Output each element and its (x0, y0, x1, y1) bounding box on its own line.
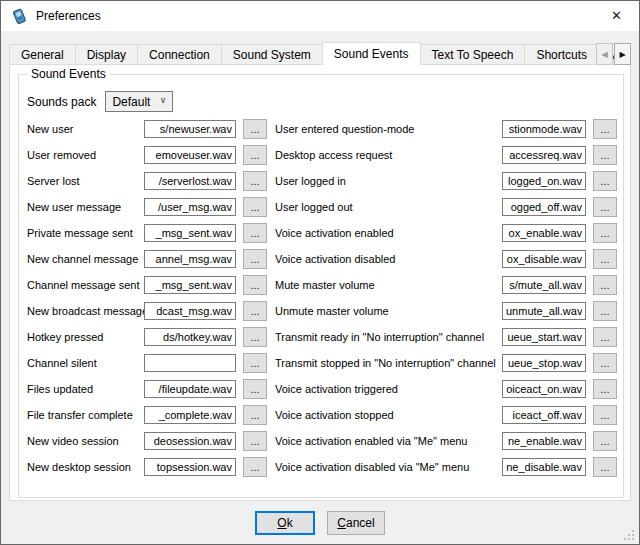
browse-button[interactable]: ... (593, 171, 617, 191)
browse-button[interactable]: ... (593, 379, 617, 399)
row-voice-activation-triggered: Voice activation triggered ... (275, 379, 617, 399)
groupbox-title: Sound Events (27, 67, 110, 81)
browse-button[interactable]: ... (243, 353, 267, 373)
window-title: Preferences (36, 9, 101, 23)
sound-file-input[interactable] (144, 458, 236, 476)
event-label: Voice activation enabled (275, 227, 502, 239)
browse-button[interactable]: ... (243, 197, 267, 217)
sound-file-input[interactable] (144, 302, 236, 320)
row-voice-activation-enabled-me-menu: Voice activation enabled via "Me" menu .… (275, 431, 617, 451)
sounds-pack-row: Sounds pack Default ∨ (27, 91, 173, 112)
event-label: Desktop access request (275, 149, 502, 161)
sound-file-input[interactable] (502, 458, 586, 476)
row-unmute-master-volume: Unmute master volume ... (275, 301, 617, 321)
sound-file-input[interactable] (502, 250, 586, 268)
tab-shortcuts[interactable]: Shortcuts (524, 44, 599, 65)
ok-button[interactable]: Ok (255, 511, 315, 535)
row-file-transfer-complete: File transfer complete ... (27, 405, 267, 425)
event-label: New video session (27, 435, 144, 447)
sound-file-input[interactable] (502, 146, 586, 164)
sound-file-input[interactable] (502, 276, 586, 294)
browse-button[interactable]: ... (243, 119, 267, 139)
sound-file-input[interactable] (144, 250, 236, 268)
event-label: Mute master volume (275, 279, 502, 291)
event-label: Hotkey pressed (27, 331, 144, 343)
sound-file-input[interactable] (144, 328, 236, 346)
cancel-button[interactable]: Cancel (327, 511, 385, 535)
row-new-desktop-session: New desktop session ... (27, 457, 267, 477)
browse-button[interactable]: ... (243, 223, 267, 243)
sound-file-input[interactable] (144, 146, 236, 164)
sound-file-input[interactable] (144, 224, 236, 242)
sound-file-input[interactable] (502, 172, 586, 190)
row-desktop-access-request: Desktop access request ... (275, 145, 617, 165)
row-user-logged-out: User logged out ... (275, 197, 617, 217)
sound-file-input[interactable] (144, 276, 236, 294)
browse-button[interactable]: ... (243, 457, 267, 477)
browse-button[interactable]: ... (243, 301, 267, 321)
row-user-removed: User removed ... (27, 145, 267, 165)
event-label: New desktop session (27, 461, 144, 473)
tab-scroll-left-button[interactable]: ◀ (596, 43, 613, 65)
tab-scroll-right-button[interactable]: ▶ (614, 43, 631, 65)
browse-button[interactable]: ... (243, 171, 267, 191)
row-transmit-stopped-no-interruption: Transmit stopped in "No interruption" ch… (275, 353, 617, 373)
event-label: User logged out (275, 201, 502, 213)
sound-file-input[interactable] (144, 172, 236, 190)
browse-button[interactable]: ... (243, 249, 267, 269)
sound-file-input[interactable] (502, 380, 586, 398)
row-voice-activation-disabled-me-menu: Voice activation disabled via "Me" menu … (275, 457, 617, 477)
row-voice-activation-disabled: Voice activation disabled ... (275, 249, 617, 269)
browse-button[interactable]: ... (593, 457, 617, 477)
browse-button[interactable]: ... (243, 379, 267, 399)
event-label: New user (27, 123, 144, 135)
row-new-broadcast-message: New broadcast message ... (27, 301, 267, 321)
sound-file-input[interactable] (502, 328, 586, 346)
browse-button[interactable]: ... (593, 145, 617, 165)
sound-file-input[interactable] (144, 120, 236, 138)
close-button[interactable]: ✕ (594, 1, 639, 30)
browse-button[interactable]: ... (593, 249, 617, 269)
browse-button[interactable]: ... (593, 405, 617, 425)
browse-button[interactable]: ... (243, 431, 267, 451)
tab-text-to-speech[interactable]: Text To Speech (420, 44, 526, 65)
resize-grip[interactable] (624, 530, 634, 540)
sound-file-input[interactable] (144, 198, 236, 216)
tab-general[interactable]: General (9, 44, 76, 65)
sound-file-input[interactable] (502, 354, 586, 372)
browse-button[interactable]: ... (593, 119, 617, 139)
row-user-entered-question-mode: User entered question-mode ... (275, 119, 617, 139)
browse-button[interactable]: ... (593, 301, 617, 321)
sound-file-input[interactable] (502, 406, 586, 424)
row-new-video-session: New video session ... (27, 431, 267, 451)
event-label: Voice activation disabled (275, 253, 502, 265)
sounds-pack-label: Sounds pack (27, 95, 96, 109)
browse-button[interactable]: ... (593, 197, 617, 217)
browse-button[interactable]: ... (243, 145, 267, 165)
sound-file-input[interactable] (144, 432, 236, 450)
browse-button[interactable]: ... (243, 405, 267, 425)
browse-button[interactable]: ... (593, 275, 617, 295)
browse-button[interactable]: ... (593, 353, 617, 373)
browse-button[interactable]: ... (243, 275, 267, 295)
sound-file-input[interactable] (144, 380, 236, 398)
browse-button[interactable]: ... (593, 431, 617, 451)
browse-button[interactable]: ... (243, 327, 267, 347)
tab-sound-system[interactable]: Sound System (221, 44, 323, 65)
sound-event-columns: New user ... User removed ... Server los… (27, 119, 617, 483)
row-channel-message-sent: Channel message sent ... (27, 275, 267, 295)
tab-display[interactable]: Display (75, 44, 138, 65)
tab-sound-events[interactable]: Sound Events (322, 42, 421, 65)
browse-button[interactable]: ... (593, 223, 617, 243)
sound-file-input[interactable] (144, 406, 236, 424)
sound-file-input[interactable] (502, 120, 586, 138)
sound-file-input[interactable] (502, 224, 586, 242)
sound-file-input[interactable] (144, 354, 236, 372)
tab-connection[interactable]: Connection (137, 44, 222, 65)
browse-button[interactable]: ... (593, 327, 617, 347)
sounds-pack-select[interactable]: Default ∨ (105, 91, 173, 112)
sound-file-input[interactable] (502, 302, 586, 320)
row-hotkey-pressed: Hotkey pressed ... (27, 327, 267, 347)
sound-file-input[interactable] (502, 198, 586, 216)
sound-file-input[interactable] (502, 432, 586, 450)
